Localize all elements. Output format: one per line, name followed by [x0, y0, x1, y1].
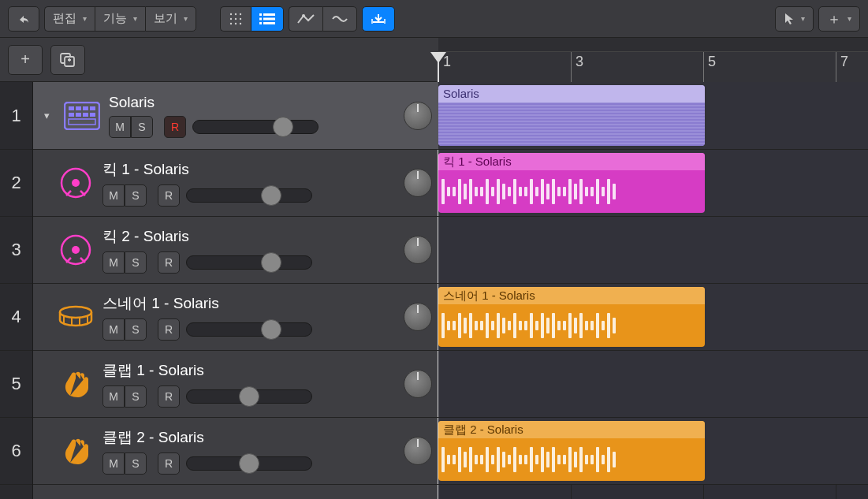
track-name[interactable]: 킥 1 - Solaris — [102, 159, 396, 180]
track-info: Solaris M S R — [109, 94, 396, 138]
svg-rect-13 — [259, 22, 262, 24]
track-header[interactable]: 스네어 1 - Solaris MS R — [33, 284, 438, 351]
timeline-row[interactable] — [438, 351, 868, 418]
region-body — [438, 304, 705, 347]
svg-rect-26 — [83, 113, 88, 117]
pan-knob[interactable] — [404, 437, 432, 465]
region[interactable]: Solaris — [438, 85, 705, 146]
track-name[interactable]: 클랩 2 - Solaris — [102, 427, 396, 448]
track-name[interactable]: 클랩 1 - Solaris — [102, 360, 396, 381]
track-header[interactable]: 킥 2 - Solaris MS R — [33, 217, 438, 284]
pan-knob[interactable] — [404, 102, 432, 130]
track-header[interactable]: ▾ Solaris M S R — [33, 82, 438, 150]
ruler-mark: 5 — [708, 54, 716, 70]
track-name[interactable]: 킥 2 - Solaris — [102, 226, 396, 247]
svg-rect-23 — [90, 106, 95, 110]
track-info: 클랩 2 - Solaris MS R — [102, 427, 396, 475]
solo-button[interactable]: S — [131, 116, 153, 138]
duplicate-track-button[interactable] — [50, 45, 85, 75]
pan-knob[interactable] — [404, 303, 432, 331]
automation-button[interactable] — [289, 6, 322, 32]
pointer-tool-button[interactable]: ▾ — [775, 6, 814, 32]
svg-rect-27 — [90, 113, 95, 117]
track-number[interactable]: 1 — [0, 82, 32, 150]
track-number[interactable]: 6 — [0, 418, 32, 485]
menu-edit-label: 편집 — [53, 11, 76, 26]
ruler-mark: 7 — [840, 54, 848, 70]
volume-slider[interactable] — [186, 322, 312, 337]
volume-slider[interactable] — [186, 255, 312, 270]
solo-button[interactable]: S — [125, 251, 147, 274]
track-number[interactable]: 4 — [0, 284, 32, 351]
record-arm-button[interactable]: R — [158, 452, 180, 475]
solo-button[interactable]: S — [125, 385, 147, 408]
playhead[interactable] — [430, 52, 446, 63]
flex-button[interactable] — [322, 6, 357, 32]
svg-rect-12 — [263, 17, 275, 20]
timeline-row[interactable]: 클랩 2 - Solaris — [438, 418, 868, 485]
pan-knob[interactable] — [404, 236, 432, 264]
ruler[interactable]: 1 3 5 7 — [438, 38, 868, 82]
track-name[interactable]: 스네어 1 - Solaris — [102, 293, 396, 314]
solo-button[interactable]: S — [125, 318, 147, 341]
timeline-row[interactable]: Solaris — [438, 82, 868, 150]
region-body — [438, 102, 705, 146]
mute-button[interactable]: M — [102, 452, 125, 475]
solo-button[interactable]: S — [125, 184, 147, 207]
menu-group: 편집▾ 기능▾ 보기▾ — [44, 6, 196, 32]
region[interactable]: 스네어 1 - Solaris — [438, 287, 705, 347]
flex-icon — [331, 13, 348, 24]
track-header[interactable]: 킥 1 - Solaris MS R — [33, 150, 438, 217]
svg-point-15 — [302, 14, 305, 17]
add-track-button[interactable]: + — [8, 45, 43, 75]
view-mode-group — [220, 6, 284, 32]
menu-view[interactable]: 보기▾ — [145, 6, 196, 32]
record-arm-button[interactable]: R — [158, 385, 180, 408]
disclosure-toggle[interactable]: ▾ — [38, 107, 55, 125]
solo-button[interactable]: S — [125, 452, 147, 475]
timeline[interactable]: Solaris 킥 1 - Solaris 스네어 1 - Solaris 클랩… — [438, 82, 868, 499]
region-label: Solaris — [438, 85, 705, 102]
mute-button[interactable]: M — [102, 251, 125, 274]
back-button[interactable] — [8, 6, 39, 32]
grid-view-button[interactable] — [220, 6, 251, 32]
region[interactable]: 킥 1 - Solaris — [438, 153, 705, 213]
timeline-row[interactable]: 킥 1 - Solaris — [438, 150, 868, 217]
mute-button[interactable]: M — [102, 318, 125, 341]
add-tool-button[interactable]: ＋ ▾ — [818, 6, 860, 32]
record-arm-button[interactable]: R — [164, 116, 186, 138]
svg-point-1 — [235, 13, 237, 14]
mute-button[interactable]: M — [102, 184, 125, 207]
kick-icon — [57, 164, 95, 202]
region[interactable]: 클랩 2 - Solaris — [438, 421, 705, 481]
svg-rect-28 — [69, 119, 95, 125]
track-number[interactable]: 2 — [0, 150, 32, 217]
pan-knob[interactable] — [404, 370, 432, 398]
record-arm-button[interactable]: R — [158, 251, 180, 274]
track-name[interactable]: Solaris — [109, 94, 396, 111]
menu-edit[interactable]: 편집▾ — [44, 6, 95, 32]
mute-button[interactable]: M — [109, 116, 131, 138]
volume-slider[interactable] — [186, 389, 312, 404]
volume-slider[interactable] — [186, 188, 312, 203]
ruler-main[interactable]: 1 3 5 7 — [438, 52, 868, 82]
record-arm-button[interactable]: R — [158, 318, 180, 341]
volume-slider[interactable] — [192, 120, 319, 134]
menu-function[interactable]: 기능▾ — [95, 6, 145, 32]
track-info: 스네어 1 - Solaris MS R — [102, 293, 396, 341]
list-view-button[interactable] — [251, 6, 284, 32]
record-arm-button[interactable]: R — [158, 184, 180, 207]
timeline-row[interactable]: 스네어 1 - Solaris — [438, 284, 868, 351]
snare-icon — [57, 298, 95, 336]
volume-slider[interactable] — [186, 456, 312, 471]
mute-button[interactable]: M — [102, 385, 125, 408]
pan-knob[interactable] — [404, 169, 432, 197]
automation-icon — [297, 13, 315, 24]
ruler-top[interactable] — [438, 38, 868, 52]
track-number[interactable]: 5 — [0, 351, 32, 418]
track-header[interactable]: 클랩 1 - Solaris MS R — [33, 351, 438, 418]
track-header[interactable]: 클랩 2 - Solaris MS R — [33, 418, 438, 485]
track-number[interactable]: 3 — [0, 217, 32, 284]
snap-button[interactable] — [362, 6, 395, 32]
timeline-row[interactable] — [438, 217, 868, 284]
